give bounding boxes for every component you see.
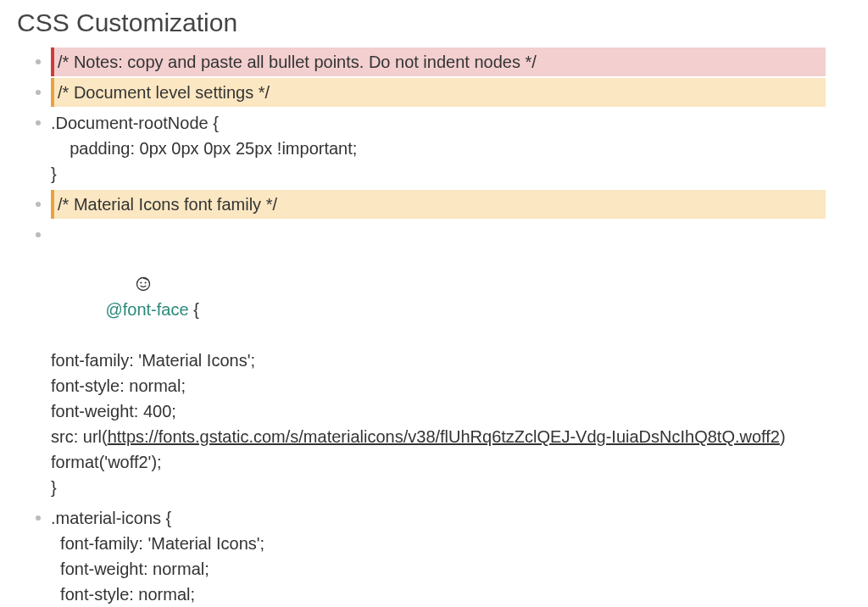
- list-item: /* Document level settings */: [17, 78, 851, 107]
- list-item: /* Material Icons font family */: [17, 190, 851, 219]
- svg-point-1: [140, 281, 142, 283]
- code-line: padding: 0px 0px 0px 25px !important;: [51, 136, 851, 161]
- code-line: font-style: normal;: [51, 373, 851, 398]
- src-prefix: src: url(: [51, 427, 108, 446]
- font-url-link[interactable]: https://fonts.gstatic.com/s/materialicon…: [108, 427, 780, 446]
- list-item: .Document-rootNode { padding: 0px 0px 0p…: [17, 109, 851, 188]
- code-line: font-family: 'Material Icons';: [51, 531, 851, 556]
- code-block: .Document-rootNode { padding: 0px 0px 0p…: [51, 109, 851, 188]
- bullet-icon: [36, 120, 41, 125]
- code-block: @font-face { font-family: 'Material Icon…: [51, 220, 851, 502]
- code-line: }: [51, 161, 851, 187]
- code-block: .material-icons { font-family: 'Material…: [51, 504, 851, 607]
- code-line: .material-icons {: [51, 505, 851, 531]
- bullet-icon: [36, 59, 41, 64]
- code-line: font-weight: normal;: [51, 556, 851, 582]
- bullet-icon: [36, 202, 41, 207]
- list-item: .material-icons { font-family: 'Material…: [17, 504, 851, 607]
- comment-orange: /* Material Icons font family */: [51, 190, 826, 219]
- reddit-face-icon: [88, 248, 103, 263]
- bullet-icon: [36, 90, 41, 95]
- brace-close: }: [51, 475, 851, 500]
- brace-open: {: [189, 300, 199, 319]
- list-item: @font-face { font-family: 'Material Icon…: [17, 220, 851, 502]
- at-rule: @font-face: [105, 300, 188, 319]
- css-list: /* Notes: copy and paste all bullet poin…: [17, 47, 851, 607]
- bullet-icon: [36, 232, 41, 237]
- list-item: /* Notes: copy and paste all bullet poin…: [17, 47, 851, 76]
- svg-point-2: [145, 281, 147, 283]
- comment-orange: /* Document level settings */: [51, 78, 826, 107]
- page-title: CSS Customization: [17, 8, 851, 37]
- bullet-icon: [36, 515, 41, 521]
- comment-red: /* Notes: copy and paste all bullet poin…: [51, 47, 826, 76]
- code-line: font-weight: 400;: [51, 398, 851, 424]
- code-line: font-style: normal;: [51, 582, 851, 607]
- code-line: font-family: 'Material Icons';: [51, 348, 851, 373]
- code-line: .Document-rootNode {: [51, 110, 851, 136]
